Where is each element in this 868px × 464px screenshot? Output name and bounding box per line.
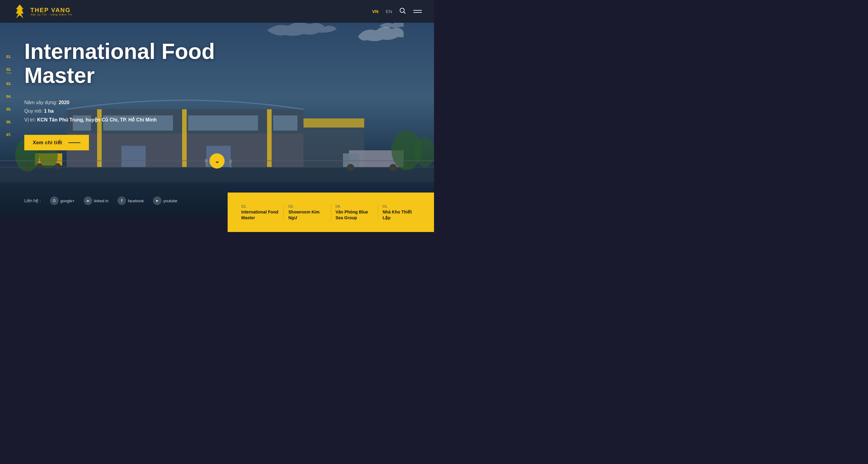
- linkedin-icon: in: [84, 197, 92, 205]
- logo-subtitle: Xây Uy Tín - Vàng Niềm Tin: [30, 13, 72, 16]
- svg-line-3: [404, 12, 405, 14]
- side-nav-item-04[interactable]: 04.: [6, 94, 11, 99]
- bp-number-02: 02.: [241, 204, 279, 209]
- active-indicator: [6, 73, 11, 73]
- search-button[interactable]: [399, 8, 406, 16]
- bottom-panel-item-04[interactable]: 04. Văn Phòng Blue Sea Group: [331, 204, 378, 220]
- side-nav-item-05[interactable]: 05.: [6, 107, 11, 111]
- side-nav-item-02[interactable]: 02.: [6, 67, 11, 73]
- bp-number-01: 01.: [383, 204, 420, 209]
- view-detail-button[interactable]: Xem chi tiết: [24, 135, 89, 150]
- bottom-panel: 02. International Food Master 03. Showro…: [228, 193, 434, 232]
- bp-title-02: International Food Master: [241, 209, 279, 220]
- lang-en-button[interactable]: EN: [386, 9, 392, 14]
- menu-button[interactable]: [413, 10, 422, 13]
- hero-year: Năm xây dựng: 2020: [24, 99, 215, 105]
- lang-vn-button[interactable]: VN: [372, 9, 378, 14]
- google-plus-link[interactable]: G google+: [50, 197, 75, 205]
- site-header: THEP VANG Xây Uy Tín - Vàng Niềm Tin VN …: [0, 0, 434, 23]
- social-label: Liên hệ :: [24, 198, 41, 203]
- hero-content: International Food Master Năm xây dựng: …: [24, 39, 215, 150]
- svg-rect-14: [273, 115, 298, 130]
- button-line-decoration: [68, 142, 81, 143]
- svg-point-21: [347, 164, 354, 171]
- svg-rect-10: [267, 109, 272, 167]
- hero-location: Vị trí: KCN Tân Phú Trung, huyện Củ Chi,…: [24, 117, 215, 123]
- facebook-link[interactable]: f facebook: [118, 197, 144, 205]
- hero-section: 01. 02. 03. 04. 05. 06. 07. Internationa…: [0, 0, 434, 217]
- bottom-panel-item-02[interactable]: 02. International Food Master: [237, 204, 284, 220]
- bp-number-03: 03.: [288, 204, 326, 209]
- hero-title: International Food Master: [24, 39, 215, 87]
- facebook-icon: f: [118, 197, 126, 205]
- svg-rect-18: [304, 118, 364, 127]
- clouds-decoration: [252, 18, 404, 55]
- svg-point-35: [229, 160, 232, 164]
- side-nav-item-03[interactable]: 03.: [6, 82, 11, 86]
- bottom-panel-items: 02. International Food Master 03. Showro…: [228, 198, 434, 226]
- bp-title-01: Nhà Kho Thiết Lập: [383, 209, 420, 220]
- hero-meta: Năm xây dựng: 2020 Quy mô: 1 ha Vị trí: …: [24, 99, 215, 123]
- scroll-down-button[interactable]: ⌄: [209, 153, 225, 169]
- bp-title-03: Showroom Kim Ngư: [288, 209, 326, 220]
- side-nav-item-07[interactable]: 07.: [6, 133, 11, 137]
- chevron-down-icon: ⌄: [215, 157, 220, 165]
- logo-title: THEP VANG: [30, 7, 72, 13]
- svg-point-32: [205, 159, 208, 163]
- bp-title-04: Văn Phòng Blue Sea Group: [336, 209, 373, 220]
- svg-point-2: [400, 8, 404, 12]
- linkedin-link[interactable]: in linked in: [84, 197, 108, 205]
- youtube-link[interactable]: ▶ youtube: [153, 197, 177, 205]
- header-nav: VN EN: [372, 8, 422, 16]
- bottom-panel-item-01[interactable]: 01. Nhà Kho Thiết Lập: [378, 204, 425, 220]
- google-plus-icon: G: [50, 197, 59, 205]
- logo-text: THEP VANG Xây Uy Tín - Vàng Niềm Tin: [30, 7, 72, 16]
- youtube-icon: ▶: [153, 197, 161, 205]
- social-bar: Liên hệ : G google+ in linked in f faceb…: [24, 197, 177, 205]
- bottom-panel-item-03[interactable]: 03. Showroom Kim Ngư: [284, 204, 331, 220]
- svg-rect-27: [26, 163, 28, 172]
- hero-scale: Quy mô: 1 ha: [24, 108, 215, 114]
- side-nav-item-06[interactable]: 06.: [6, 120, 11, 124]
- bp-number-04: 04.: [336, 204, 373, 209]
- search-icon: [399, 8, 406, 14]
- logo-icon: [12, 4, 27, 19]
- logo-area[interactable]: THEP VANG Xây Uy Tín - Vàng Niềm Tin: [12, 4, 72, 19]
- svg-point-22: [390, 164, 397, 171]
- side-navigation: 01. 02. 03. 04. 05. 06. 07.: [6, 55, 11, 137]
- side-nav-item-01[interactable]: 01.: [6, 55, 11, 59]
